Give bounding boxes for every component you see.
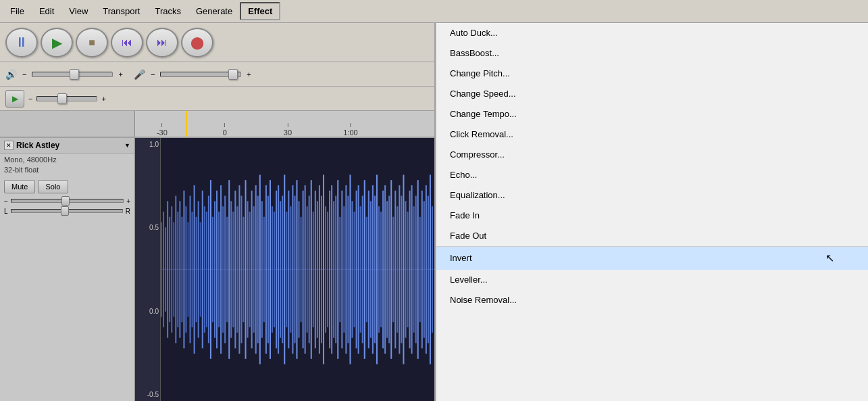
svg-rect-85	[331, 185, 332, 354]
menu-file[interactable]: File	[3, 3, 32, 20]
svg-rect-80	[321, 196, 322, 344]
svg-rect-78	[317, 201, 318, 337]
effect-bass-boost[interactable]: BassBoost...	[436, 43, 868, 64]
svg-rect-5	[167, 201, 168, 337]
track-header: ✕ Rick Astley ▼ Mono, 48000Hz 32-bit flo…	[0, 138, 135, 401]
svg-rect-110	[382, 191, 384, 348]
effect-equalization[interactable]: Equalization...	[436, 185, 868, 206]
svg-rect-101	[364, 180, 365, 359]
effect-fade-out[interactable]: Fade Out	[436, 226, 868, 246]
svg-rect-38	[234, 191, 236, 348]
effect-invert[interactable]: Invert ↖	[436, 246, 868, 270]
svg-rect-50	[259, 174, 261, 364]
forward-button[interactable]: ⏭	[146, 28, 178, 57]
svg-rect-6	[169, 217, 170, 323]
effect-compressor[interactable]: Compressor...	[436, 145, 868, 165]
menu-generate[interactable]: Generate	[188, 3, 240, 20]
svg-rect-127	[417, 180, 419, 359]
solo-button[interactable]: Solo	[38, 180, 68, 193]
track-name: Rick Astley	[16, 141, 122, 150]
track-close-button[interactable]: ✕	[4, 141, 14, 150]
effect-fade-in[interactable]: Fade In	[436, 206, 868, 226]
svg-rect-103	[368, 191, 369, 348]
svg-rect-4	[165, 227, 166, 311]
menu-transport[interactable]: Transport	[95, 3, 147, 20]
scale-0-5: 0.5	[136, 224, 159, 231]
svg-rect-118	[399, 185, 400, 354]
svg-rect-33	[224, 196, 226, 344]
svg-rect-21	[200, 222, 201, 316]
gain-slider[interactable]	[11, 199, 124, 203]
menu-tracks[interactable]: Tracks	[147, 3, 188, 20]
play-button[interactable]: ▶	[41, 28, 73, 57]
pause-button[interactable]: ⏸	[5, 28, 38, 57]
pan-slider[interactable]	[11, 209, 123, 213]
volume-plus-label: +	[118, 70, 122, 78]
svg-rect-45	[249, 212, 251, 327]
effect-change-pitch[interactable]: Change Pitch...	[436, 64, 868, 84]
rewind-button[interactable]: ⏮	[111, 28, 143, 57]
svg-rect-10	[177, 212, 178, 327]
track-sample-rate: Mono, 48000Hz	[4, 155, 130, 165]
svg-rect-46	[251, 191, 253, 348]
svg-rect-43	[245, 180, 247, 359]
stop-button[interactable]: ■	[76, 28, 108, 57]
scale-labels: 1.0 0.5 0.0 -0.5	[135, 138, 161, 401]
svg-rect-132	[428, 196, 429, 344]
svg-rect-98	[358, 185, 359, 354]
svg-rect-97	[356, 191, 357, 348]
effect-change-speed[interactable]: Change Speed...	[436, 84, 868, 104]
waveform-display	[161, 138, 434, 401]
svg-rect-133	[430, 174, 431, 364]
cursor-icon: ↖	[825, 252, 834, 264]
mic-slider[interactable]	[160, 72, 241, 77]
track-dropdown-button[interactable]: ▼	[124, 142, 130, 149]
svg-rect-9	[175, 196, 176, 344]
svg-rect-66	[292, 185, 293, 354]
svg-rect-62	[284, 174, 285, 364]
svg-rect-69	[299, 201, 300, 337]
svg-rect-56	[272, 206, 273, 333]
svg-rect-90	[341, 191, 342, 348]
svg-rect-19	[196, 217, 197, 323]
svg-rect-42	[243, 217, 245, 323]
effect-click-removal[interactable]: Click Removal...	[436, 124, 868, 145]
ruler-mark-100: 1:00	[343, 123, 357, 137]
effect-auto-duck[interactable]: Auto Duck...	[436, 23, 868, 43]
effect-echo[interactable]: Echo...	[436, 165, 868, 185]
effect-change-tempo[interactable]: Change Tempo...	[436, 104, 868, 124]
effect-noise-removal[interactable]: Noise Removal...	[436, 290, 868, 310]
svg-rect-52	[263, 217, 265, 323]
svg-rect-41	[240, 196, 242, 344]
svg-rect-104	[370, 201, 372, 337]
svg-rect-29	[216, 191, 218, 348]
svg-rect-14	[185, 206, 186, 333]
mic-plus-label: +	[247, 70, 251, 78]
svg-rect-59	[278, 185, 279, 354]
svg-rect-100	[362, 196, 363, 344]
svg-rect-73	[307, 206, 308, 333]
svg-rect-112	[386, 201, 388, 337]
speed-play-button[interactable]: ▶	[5, 90, 24, 108]
effect-leveller[interactable]: Leveller...	[436, 270, 868, 290]
effect-dropdown-menu: Auto Duck... BassBoost... Change Pitch..…	[436, 23, 868, 401]
svg-rect-91	[343, 206, 344, 333]
menu-effect[interactable]: Effect	[240, 2, 280, 20]
svg-rect-31	[220, 185, 222, 354]
speed-slider[interactable]	[36, 96, 97, 101]
svg-rect-63	[286, 212, 287, 327]
ruler-mark-30: 30	[284, 123, 292, 137]
track-bit-depth: 32-bit float	[4, 165, 130, 175]
mic-minus-label: −	[151, 70, 155, 78]
mute-button[interactable]: Mute	[4, 180, 35, 193]
main-area: ⏸ ▶ ■ ⏮ ⏭ ⬤ 🔊 − + 🎤 − + ▶ −	[0, 23, 868, 401]
volume-minus-label: −	[22, 70, 26, 78]
track-controls: Mute Solo	[0, 177, 134, 196]
volume-slider[interactable]	[32, 72, 113, 77]
svg-rect-106	[374, 196, 376, 344]
menu-edit[interactable]: Edit	[32, 3, 61, 20]
menu-view[interactable]: View	[61, 3, 95, 20]
waveform-container: 1.0 0.5 0.0 -0.5	[135, 138, 434, 401]
record-button[interactable]: ⬤	[181, 28, 213, 57]
svg-rect-77	[315, 191, 316, 348]
